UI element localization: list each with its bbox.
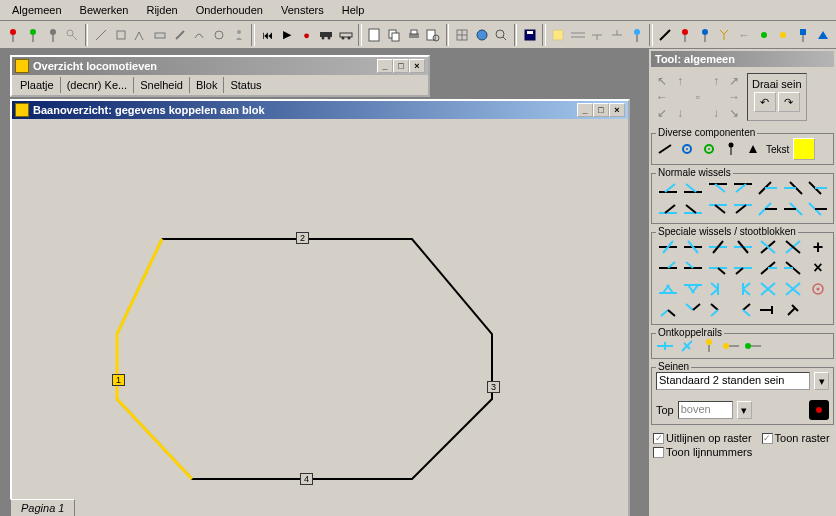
arrow-e-icon[interactable]: → [725,89,743,105]
maximize-icon[interactable]: □ [393,59,409,73]
menu-onderhouden[interactable]: Onderhouden [188,2,271,18]
tool-icon-1[interactable] [91,24,110,46]
top-combo[interactable]: boven [678,401,733,419]
special-icon[interactable] [656,300,680,320]
track-h-icon[interactable] [568,24,587,46]
search-icon[interactable] [492,24,511,46]
tekst-label[interactable]: Tekst [766,144,789,155]
switch-icon[interactable] [731,199,755,219]
special-icon[interactable] [656,279,680,299]
pin-yellow-icon[interactable] [700,338,718,354]
buffer-d-icon[interactable] [781,300,805,320]
tool-icon-6[interactable] [190,24,209,46]
signal-type-combo[interactable]: Standaard 2 standen sein [656,372,810,390]
special-icon[interactable] [756,258,780,278]
switch-icon[interactable] [656,199,680,219]
switch-icon[interactable] [781,178,805,198]
grid-icon[interactable] [452,24,471,46]
switch-icon[interactable] [656,178,680,198]
pin-tool-icon[interactable] [722,141,740,157]
wagon-icon[interactable] [337,24,356,46]
tool-icon-2[interactable] [111,24,130,46]
center-dot-icon[interactable]: ▫ [689,89,707,105]
block-4[interactable]: 4 [300,473,313,485]
special-icon[interactable] [706,258,730,278]
pin-blue-icon[interactable] [695,24,714,46]
special-icon[interactable] [706,279,730,299]
baan-titlebar[interactable]: Baanoverzicht: gegevens koppelen aan blo… [12,101,628,119]
tool-icon-7[interactable] [210,24,229,46]
signal-red-icon[interactable] [4,24,23,46]
special-icon[interactable] [706,300,730,320]
circle-green-icon[interactable] [700,141,718,157]
rotate-cw-icon[interactable]: ↷ [778,92,800,112]
person-icon[interactable] [229,24,248,46]
edit-icon[interactable] [170,24,189,46]
tool-icon-4[interactable] [151,24,170,46]
pin-red-icon[interactable] [676,24,695,46]
arrow-se-icon[interactable]: ↘ [725,105,743,121]
switch-icon[interactable] [706,199,730,219]
menu-rijden[interactable]: Rijden [138,2,185,18]
special-icon[interactable] [731,258,755,278]
switch-icon[interactable] [756,199,780,219]
arrow-n-icon[interactable]: ↑ [671,73,689,89]
col-status[interactable]: Status [224,77,426,93]
dropdown-icon[interactable]: ▾ [737,401,752,419]
menu-vensters[interactable]: Vensters [273,2,332,18]
cross-icon[interactable]: + [806,237,830,257]
special-icon[interactable] [756,279,780,299]
track-canvas[interactable]: 1 2 3 4 [12,119,628,515]
switch-icon[interactable] [681,178,705,198]
key-icon[interactable] [63,24,82,46]
block-1[interactable]: 1 [112,374,125,386]
block-2[interactable]: 2 [296,232,309,244]
dropdown-icon[interactable]: ▾ [814,372,829,390]
line-black-icon[interactable] [656,24,675,46]
save-icon[interactable] [520,24,539,46]
color-yellow-icon[interactable] [793,138,815,160]
track-t-icon[interactable] [588,24,607,46]
col-blok[interactable]: Blok [190,77,224,93]
menu-algemeen[interactable]: Algemeen [4,2,70,18]
doc-icon[interactable] [365,24,384,46]
signal-green-icon[interactable] [24,24,43,46]
loco-icon[interactable] [317,24,336,46]
switch-icon[interactable] [781,199,805,219]
cb-align-grid[interactable]: ✓ [653,433,664,444]
switch-icon[interactable] [806,199,830,219]
arrow-ne-icon[interactable]: ↗ [725,73,743,89]
switch-icon[interactable] [681,199,705,219]
arrow-s-icon[interactable]: ↓ [671,105,689,121]
decouple-icon[interactable] [656,338,674,354]
world-icon[interactable] [472,24,491,46]
menu-help[interactable]: Help [334,2,373,18]
x-icon[interactable]: × [806,258,830,278]
loco-titlebar[interactable]: Overzicht locomotieven _ □ × [12,57,428,75]
switch-icon[interactable] [731,178,755,198]
arrow-w-icon[interactable]: ← [653,89,671,105]
switch-icon[interactable] [756,178,780,198]
special-icon[interactable] [731,300,755,320]
record-icon[interactable]: ● [297,24,316,46]
arrow-nw-icon[interactable]: ↖ [653,73,671,89]
special-icon[interactable] [681,279,705,299]
special-icon[interactable] [781,258,805,278]
minimize-icon[interactable]: _ [577,103,593,117]
special-icon[interactable] [706,237,730,257]
arrow-left-icon[interactable]: ← [735,24,754,46]
col-decnr[interactable]: (decnr) Ke... [61,77,135,93]
print-icon[interactable] [404,24,423,46]
arrow-s2-icon[interactable]: ↓ [707,105,725,121]
link-yellow-icon[interactable] [722,338,740,354]
special-icon[interactable] [731,279,755,299]
track-t2-icon[interactable] [608,24,627,46]
circle-dot-icon[interactable] [806,279,830,299]
dot-yellow-icon[interactable] [774,24,793,46]
special-icon[interactable] [781,237,805,257]
col-snelheid[interactable]: Snelheid [134,77,190,93]
maximize-icon[interactable]: □ [593,103,609,117]
copy-icon[interactable] [385,24,404,46]
cb-show-linenumbers[interactable] [653,447,664,458]
preview-icon[interactable] [424,24,443,46]
